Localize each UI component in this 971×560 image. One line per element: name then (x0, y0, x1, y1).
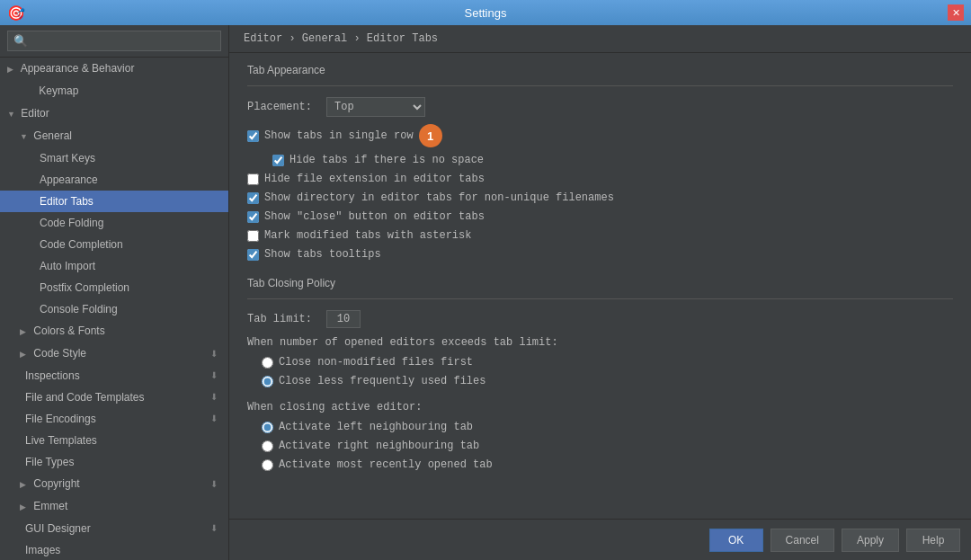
window-title: Settings (465, 6, 507, 20)
show-directory-checkbox[interactable] (247, 192, 259, 204)
search-box (0, 25, 228, 58)
sidebar-item-images[interactable]: Images (0, 539, 228, 560)
ok-button[interactable]: OK (709, 529, 763, 552)
sidebar-item-gui-designer[interactable]: GUI Designer ⬇ (0, 518, 228, 539)
content-area: Editor › General › Editor Tabs Tab Appea… (229, 25, 971, 560)
sidebar-item-label: Code Completion (40, 238, 123, 251)
sidebar-item-file-encodings[interactable]: File Encodings ⬇ (0, 408, 228, 430)
sidebar-item-label: Editor Tabs (40, 195, 94, 208)
sidebar-item-copyright[interactable]: ▶ Copyright ⬇ (0, 473, 228, 495)
activate-right-label: Activate right neighbouring tab (279, 440, 479, 452)
sidebar-item-file-code-templates[interactable]: File and Code Templates ⬇ (0, 387, 228, 408)
show-close-label: Show "close" button on editor tabs (264, 210, 485, 223)
hide-extension-row: Hide file extension in editor tabs (247, 173, 953, 185)
title-bar: 🎯 Settings ✕ (0, 0, 971, 25)
external-icon: ⬇ (210, 367, 221, 385)
sidebar-item-label: Smart Keys (40, 152, 95, 164)
activate-left-radio[interactable] (262, 422, 273, 433)
sidebar-item-label: Emmet (33, 500, 67, 512)
arrow-icon: ▶ (20, 498, 31, 516)
cancel-button[interactable]: Cancel (771, 529, 834, 552)
sidebar-item-file-types[interactable]: File Types (0, 451, 228, 473)
sidebar-item-appearance-behavior[interactable]: ▶ Appearance & Behavior (0, 58, 228, 80)
sidebar-item-label: Live Templates (25, 434, 97, 447)
sidebar-item-auto-import[interactable]: Auto Import (0, 255, 228, 277)
activate-left-label: Activate left neighbouring tab (279, 421, 473, 433)
sidebar-item-label: Auto Import (40, 260, 95, 272)
sidebar-item-code-folding[interactable]: Code Folding (0, 212, 228, 234)
placement-select[interactable]: Top Bottom Left Right None (326, 97, 425, 117)
activate-recent-row: Activate most recently opened tab (247, 458, 953, 471)
sidebar-item-label: Copyright (33, 477, 79, 490)
show-tooltips-checkbox[interactable] (247, 249, 259, 261)
sidebar-item-console-folding[interactable]: Console Folding (0, 298, 228, 320)
close-nonmodified-radio[interactable] (262, 357, 273, 369)
sidebar-item-label: Appearance & Behavior (21, 62, 135, 75)
sidebar-item-label: General (33, 129, 72, 142)
search-input[interactable] (7, 31, 221, 51)
show-directory-row: Show directory in editor tabs for non-un… (247, 191, 953, 204)
sidebar-item-emmet[interactable]: ▶ Emmet (0, 495, 228, 518)
hide-extension-checkbox[interactable] (247, 173, 259, 185)
external-icon: ⬇ (210, 476, 221, 493)
sidebar-item-code-style[interactable]: ▶ Code Style ⬇ (0, 342, 228, 365)
activate-left-row: Activate left neighbouring tab (247, 421, 953, 433)
sidebar-item-label: File Encodings (25, 410, 96, 428)
sidebar-item-editor-tabs[interactable]: Editor Tabs (0, 191, 228, 212)
sidebar-item-colors-fonts[interactable]: ▶ Colors & Fonts (0, 320, 228, 342)
sidebar-item-postfix-completion[interactable]: Postfix Completion (0, 277, 228, 298)
placement-label: Placement: (247, 101, 319, 113)
single-row-checkbox[interactable] (247, 130, 259, 142)
close-less-frequent-row: Close less frequently used files (247, 375, 953, 387)
sidebar-item-smart-keys[interactable]: Smart Keys (0, 147, 228, 169)
close-less-frequent-radio[interactable] (262, 376, 273, 387)
close-button[interactable]: ✕ (948, 4, 964, 21)
sidebar-item-label: Code Style (33, 347, 86, 360)
tree-container: ▶ Appearance & Behavior Keymap ▼ Editor … (0, 58, 228, 560)
bottom-bar: OK Cancel Apply Help (229, 519, 971, 560)
external-icon: ⬇ (210, 520, 221, 538)
sidebar-item-live-templates[interactable]: Live Templates (0, 430, 228, 451)
hide-no-space-checkbox[interactable] (272, 155, 284, 166)
sidebar-item-label: Inspections (25, 367, 80, 385)
badge-1: 1 (419, 124, 442, 147)
activate-recent-label: Activate most recently opened tab (279, 458, 493, 471)
sidebar-item-label: File Types (25, 456, 74, 468)
show-tooltips-row: Show tabs tooltips (247, 248, 953, 261)
breadcrumb: Editor › General › Editor Tabs (229, 25, 971, 53)
close-nonmodified-label: Close non-modified files first (279, 356, 473, 369)
mark-modified-checkbox[interactable] (247, 230, 259, 242)
activate-right-radio[interactable] (262, 440, 273, 452)
sidebar-item-code-completion[interactable]: Code Completion (0, 234, 228, 255)
single-row-row: Show tabs in single row 1 (247, 124, 953, 147)
sidebar-item-label: File and Code Templates (25, 388, 145, 406)
tab-limit-row: Tab limit: (247, 310, 953, 328)
arrow-icon: ▼ (20, 128, 31, 146)
activate-recent-radio[interactable] (262, 459, 273, 471)
close-less-frequent-label: Close less frequently used files (279, 375, 486, 387)
close-nonmodified-row: Close non-modified files first (247, 356, 953, 369)
arrow-icon (25, 83, 36, 101)
arrow-icon: ▶ (7, 60, 18, 78)
show-close-checkbox[interactable] (247, 211, 259, 223)
help-button[interactable]: Help (906, 529, 960, 552)
sidebar-item-keymap[interactable]: Keymap (0, 80, 228, 102)
sidebar-item-inspections[interactable]: Inspections ⬇ (0, 365, 228, 387)
sidebar-item-label: Postfix Completion (40, 281, 129, 294)
when-exceeds-label: When number of opened editors exceeds ta… (247, 335, 953, 349)
tab-appearance-section: Tab Appearance Placement: Top Bottom Lef… (247, 64, 953, 261)
app-logo: 🎯 (7, 4, 25, 22)
tab-limit-label: Tab limit: (247, 313, 319, 325)
sidebar-item-general[interactable]: ▼ General (0, 125, 228, 147)
sidebar-item-label: Code Folding (40, 217, 103, 229)
hide-no-space-row: Hide tabs if there is no space (247, 154, 953, 166)
sidebar-item-appearance[interactable]: Appearance (0, 169, 228, 191)
sidebar-item-editor[interactable]: ▼ Editor (0, 102, 228, 125)
external-icon: ⬇ (210, 388, 221, 406)
tab-limit-input[interactable] (326, 310, 361, 328)
sidebar-item-label: Colors & Fonts (33, 324, 104, 337)
external-icon: ⬇ (210, 345, 221, 363)
sidebar-item-label: Images (25, 544, 60, 556)
apply-button[interactable]: Apply (842, 529, 899, 552)
activate-right-row: Activate right neighbouring tab (247, 440, 953, 452)
